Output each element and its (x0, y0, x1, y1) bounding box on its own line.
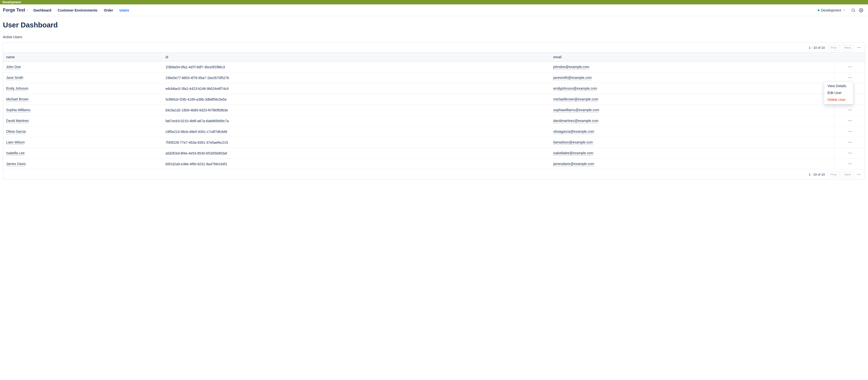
more-horizontal-icon (848, 118, 852, 123)
svg-point-38 (860, 174, 860, 175)
table-options-button[interactable] (856, 45, 862, 51)
table-row: Jane Smith23be0e77-8853-4f76-95a7-1be267… (3, 72, 865, 83)
user-email-link[interactable]: johndoe@example.com (553, 65, 589, 69)
environment-bar-label: Development (2, 0, 21, 4)
user-email-link[interactable]: oliviagarcia@example.com (553, 129, 594, 134)
user-name-link[interactable]: Isabella Lee (6, 151, 25, 155)
table-row: Michael Brown5cf8f4cb-f295-4189-a36b-3db… (3, 94, 865, 105)
page-content: User Dashboard Active Users 1 - 10 of 10… (0, 16, 868, 189)
edit-user-item[interactable]: Edit User (824, 89, 853, 96)
user-name-link[interactable]: John Doe (6, 65, 21, 69)
table-row: Sophia Williamsb9c9a1d2-16b9-4b89-9d23-f… (3, 105, 865, 116)
svg-point-25 (849, 131, 850, 132)
chevron-down-icon (842, 9, 845, 12)
svg-line-1 (854, 11, 855, 12)
svg-point-37 (859, 174, 859, 175)
user-name-link[interactable]: Emily Johnson (6, 86, 28, 91)
more-horizontal-icon (848, 140, 852, 144)
nav-dashboard[interactable]: Dashboard (33, 8, 51, 12)
user-name-link[interactable]: Michael Brown (6, 97, 29, 101)
table-row: Emily Johnsonedcb6ac0-3fa2-4423-b248-9b0… (3, 83, 865, 94)
settings-button[interactable] (857, 6, 865, 14)
environment-switcher[interactable]: Development (817, 8, 846, 12)
svg-point-0 (852, 9, 855, 11)
user-name-link[interactable]: Jane Smith (6, 76, 23, 80)
pagination-range: 1 - 10 of 10 (809, 173, 825, 176)
row-actions-button[interactable] (846, 161, 853, 167)
user-id: 1f3b9a54-0fa1-4d7f-9df7-3bce5f1f86c3 (166, 65, 225, 69)
row-actions-button[interactable] (846, 140, 853, 145)
user-email-link[interactable]: emilyjohnson@example.com (553, 86, 597, 91)
svg-point-2 (861, 9, 862, 11)
row-actions-button[interactable] (846, 118, 853, 123)
column-header-actions (835, 53, 865, 62)
environment-bar: Development (0, 0, 868, 4)
user-id: b9c9a1d2-16b9-4b89-9d23-f47f80fb9b3e (166, 108, 228, 112)
user-id: b5f1d2a9-e38e-4f90-9231-8a47fd4164f1 (166, 162, 227, 166)
user-email-link[interactable]: davidmartinez@example.com (553, 119, 598, 123)
more-horizontal-icon (848, 65, 852, 69)
view-details-item[interactable]: View Details (824, 83, 853, 89)
row-actions-button[interactable] (846, 64, 853, 69)
user-name-link[interactable]: Olivia Garcia (6, 129, 26, 134)
svg-point-7 (849, 67, 850, 67)
user-name-link[interactable]: Liam Wilson (6, 140, 25, 145)
svg-point-32 (851, 153, 851, 153)
user-email-link[interactable]: janesmith@example.com (553, 76, 592, 80)
table-row: Olivia Garciac9f5e210-98cb-48e5-9351-c7c… (3, 126, 865, 137)
table-row: James Davisb5f1d2a9-e38e-4f90-9231-8a47f… (3, 159, 865, 170)
table-row: David Martinezfa67ecb3-0210-4b6f-a67a-6a… (3, 116, 865, 126)
column-header-name[interactable]: name (3, 53, 163, 62)
user-id: c9f5e210-98cb-48e5-9351-c7c8f7dfc6d9 (166, 130, 227, 134)
svg-point-28 (849, 142, 850, 143)
svg-point-31 (849, 153, 850, 153)
column-header-email[interactable]: email (550, 53, 835, 62)
row-actions-button[interactable] (846, 129, 853, 134)
svg-point-19 (849, 110, 850, 110)
user-email-link[interactable]: michaelbrown@example.com (553, 97, 598, 101)
user-name-link[interactable]: James Davis (6, 162, 26, 166)
svg-point-5 (860, 47, 860, 48)
user-email-link[interactable]: liamwilson@example.com (553, 140, 593, 145)
user-id: 7f45f228-77e7-453a-9391-37e5aefec215 (166, 141, 228, 144)
svg-point-20 (851, 110, 851, 110)
pagination-top: 1 - 10 of 10 Prev Next (3, 42, 865, 52)
svg-point-36 (858, 174, 858, 175)
column-header-id[interactable]: id (163, 53, 551, 62)
table-row: John Doe1f3b9a54-0fa1-4d7f-9df7-3bce5f1f… (3, 62, 865, 72)
section-label: Active Users (3, 35, 865, 39)
pagination-range: 1 - 10 of 10 (809, 46, 825, 50)
svg-point-29 (851, 142, 851, 143)
search-button[interactable] (849, 6, 857, 14)
more-horizontal-icon (848, 129, 852, 134)
user-email-link[interactable]: jamesdavis@example.com (553, 162, 594, 166)
user-id: fa67ecb3-0210-4b6f-a67a-6ab865b89c7a (166, 119, 229, 123)
next-button[interactable]: Next (842, 45, 854, 51)
delete-user-item[interactable]: Delete User (824, 96, 853, 103)
more-horizontal-icon (848, 108, 852, 112)
svg-point-9 (848, 77, 849, 78)
nav-links: Dashboard Customer Environments Order Us… (33, 8, 129, 12)
svg-point-24 (848, 131, 849, 132)
prev-button[interactable]: Prev (828, 172, 840, 177)
svg-point-27 (848, 142, 849, 143)
prev-button[interactable]: Prev (828, 45, 840, 51)
table-row: Isabella Leea5d2fcbd-8f4e-4e53-8530-6f1b… (3, 148, 865, 159)
nav-users[interactable]: Users (120, 8, 129, 12)
user-email-link[interactable]: isabellalee@example.com (553, 151, 593, 155)
table-options-button[interactable] (856, 171, 862, 177)
user-name-link[interactable]: Sophia Williams (6, 108, 31, 112)
svg-point-35 (851, 164, 851, 164)
nav-order[interactable]: Order (104, 8, 113, 12)
row-actions-button[interactable] (846, 150, 853, 156)
user-name-link[interactable]: David Martinez (6, 119, 29, 123)
svg-point-22 (849, 120, 850, 121)
nav-customer-environments[interactable]: Customer Environments (58, 8, 98, 12)
more-horizontal-icon (848, 76, 852, 80)
user-email-link[interactable]: sophiawilliams@example.com (553, 108, 599, 112)
gear-icon (859, 8, 863, 12)
brand-switcher[interactable]: Forge Test (3, 8, 29, 13)
row-actions-button[interactable] (846, 107, 853, 113)
row-actions-button[interactable] (846, 75, 853, 80)
next-button[interactable]: Next (842, 172, 854, 177)
